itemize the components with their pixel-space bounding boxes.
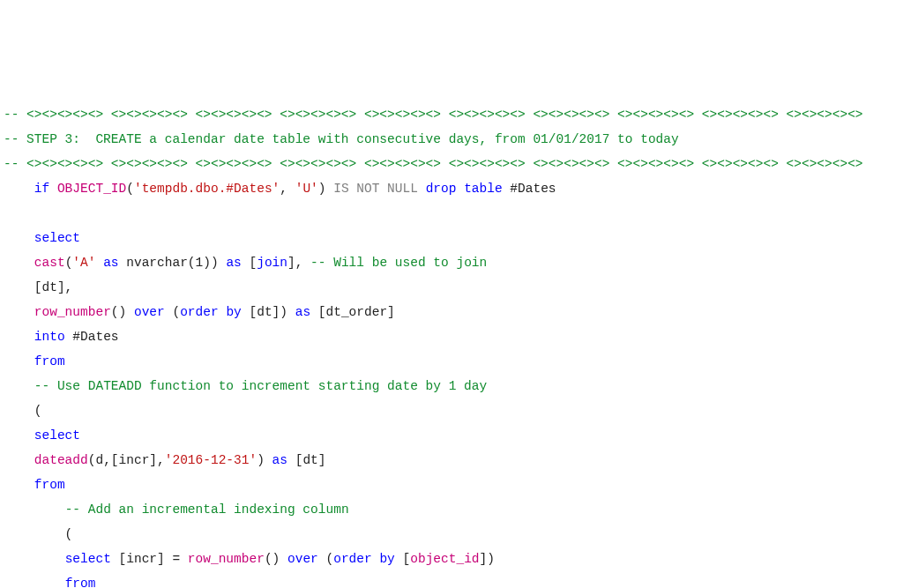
- code-line: into #Dates: [4, 324, 899, 349]
- code-line: from: [4, 473, 899, 497]
- code-editor[interactable]: -- <><><><><> <><><><><> <><><><><> <><>…: [4, 102, 899, 588]
- code-line: -- <><><><><> <><><><><> <><><><><> <><>…: [4, 102, 899, 127]
- code-line: from: [4, 349, 899, 374]
- code-line: (: [4, 522, 899, 547]
- code-line: if OBJECT_ID('tempdb.dbo.#Dates', 'U') I…: [4, 176, 899, 201]
- code-line: -- Use DATEADD function to increment sta…: [4, 374, 899, 398]
- code-line: -- STEP 3: CREATE a calendar date table …: [4, 127, 899, 152]
- code-line: select: [4, 226, 899, 250]
- code-line: select: [4, 423, 899, 448]
- code-line: dateadd(d,[incr],'2016-12-31') as [dt]: [4, 448, 899, 473]
- code-line: -- <><><><><> <><><><><> <><><><><> <><>…: [4, 152, 899, 176]
- code-line: -- Add an incremental indexing column: [4, 497, 899, 522]
- code-line: from: [4, 571, 899, 588]
- code-line: (: [4, 398, 899, 423]
- code-line: select [incr] = row_number() over (order…: [4, 547, 899, 571]
- code-line: [4, 201, 899, 226]
- code-line: cast('A' as nvarchar(1)) as [join], -- W…: [4, 250, 899, 275]
- code-line: [dt],: [4, 275, 899, 300]
- code-line: row_number() over (order by [dt]) as [dt…: [4, 300, 899, 324]
